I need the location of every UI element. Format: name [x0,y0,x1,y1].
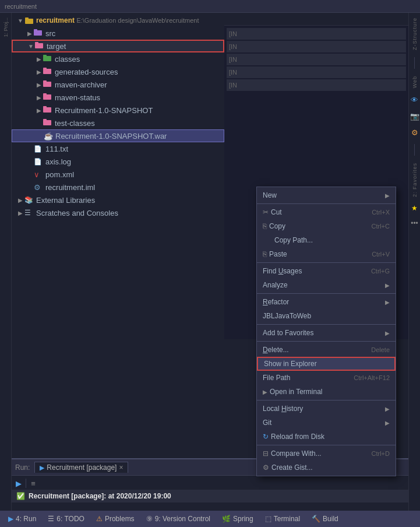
menu-sep-1 [257,203,396,204]
svg-rect-10 [43,82,51,87]
tree-item-snapshot-folder[interactable]: ▶ Recruitment-1.0-SNAPSHOT [12,104,224,117]
menu-item-gist[interactable]: ⚙ Create Gist... [257,461,396,475]
menu-item-new[interactable]: New ▶ [257,188,396,202]
tree-label-ext: External Libraries [36,196,95,205]
menu-item-analyze[interactable]: Analyze ▶ [257,278,396,292]
menu-label-cut: Cut [271,208,282,216]
run-label: Run: [15,463,30,472]
tab-terminal[interactable]: ⬚ Terminal [259,512,306,525]
svg-rect-9 [43,68,47,69]
tree-item-test-classes[interactable]: test-classes [12,117,224,129]
tab-build-label: Build [323,515,338,523]
menu-item-open-terminal[interactable]: ▶ Open in Terminal [257,385,396,399]
svg-rect-4 [35,43,43,48]
menu-item-find-usages[interactable]: Find Usages Ctrl+G [257,264,396,278]
tree-item-iml[interactable]: ⚙ recruitment.iml [12,181,224,194]
cut-shortcut: Ctrl+X [372,209,390,216]
tree-item-target[interactable]: ▼ target [12,40,224,52]
star-icon[interactable]: ★ [411,204,418,212]
camera-icon[interactable]: 📷 [410,111,419,121]
compare-icon: ⊟ [263,449,269,458]
menu-label-favorites: Add to Favorites [263,329,313,337]
tree-label-iml: recruitment.iml [45,183,95,192]
svg-rect-8 [43,69,51,74]
tree-item-generated-sources[interactable]: ▶ generated-sources [12,65,224,78]
menu-item-refactor[interactable]: Refactor ▶ [257,295,396,309]
tree-label-axis: axis.log [45,157,71,166]
tree-item-111txt[interactable]: 📄 111.txt [12,142,224,155]
tree-item-extlib[interactable]: ▶ 📚 External Libraries [12,194,224,206]
folder-icon-mav-arch [43,80,52,89]
tree-item-maven-archiver[interactable]: ▶ maven-archiver [12,78,224,91]
dots-icon[interactable]: ••• [411,219,418,227]
tab-build[interactable]: 🔨 Build [306,512,344,525]
folder-icon-snap [43,106,52,115]
bottom-bar: ▶ 4: Run ☰ 6: TODO ⚠ Problems ⑨ 9: Versi… [0,511,420,527]
menu-label-explorer: Show in Explorer [264,360,317,368]
tree-label-snap-folder: Recruitment-1.0-SNAPSHOT [55,106,153,115]
menu-item-jbl[interactable]: JBLJavaToWeb [257,309,396,323]
menu-item-compare[interactable]: ⊟ Compare With... Ctrl+D [257,447,396,461]
warning-icon: ⚠ [96,515,103,523]
svg-rect-6 [43,56,51,61]
play-button[interactable]: ▶ [14,479,23,488]
menu-label-file-path: File Path [263,374,290,382]
in-badge-3: [IN [227,54,406,65]
tab-run[interactable]: ▶ 4: Run [2,512,42,525]
menu-item-git[interactable]: Git ▶ [257,416,396,430]
stop-button[interactable]: ≡ [29,479,38,488]
divider [26,479,26,488]
menu-item-cut[interactable]: ✂ Cut Ctrl+X [257,205,396,219]
submenu-arrow-new: ▶ [385,192,390,199]
svg-rect-7 [43,55,47,57]
menu-label-copy: Copy [269,222,285,230]
menu-label-copy-path: Copy Path... [274,236,313,244]
tree-item-recruitment[interactable]: ▼ recruitment E:\Graduation design\JavaW… [12,14,224,27]
arrow-icon-gen: ▶ [35,68,43,76]
menu-item-file-path[interactable]: File Path Ctrl+Alt+F12 [257,371,396,385]
tree-label-gen: generated-sources [55,68,118,76]
folder-icon-recruitment [24,16,34,25]
menu-item-copy-path[interactable]: Copy Path... [257,233,396,247]
file-path-shortcut: Ctrl+Alt+F12 [354,374,390,381]
gear-icon[interactable]: ⚙ [410,128,419,137]
reload-icon: ↻ [263,433,269,441]
tab-todo[interactable]: ☰ 6: TODO [42,512,90,525]
tree-item-classes[interactable]: ▶ classes [12,52,224,65]
menu-sep-3 [257,293,396,294]
menu-item-add-favorites[interactable]: Add to Favorites ▶ [257,326,396,340]
tree-item-war[interactable]: ☕ Recruitment-1.0-SNAPSHOT.war [12,129,224,142]
eye-icon[interactable]: 👁 [410,95,419,104]
tab-problems[interactable]: ⚠ Problems [90,512,140,525]
menu-label-compare: Compare With... [271,449,322,458]
tree-item-src[interactable]: ▶ src [12,27,224,40]
menu-item-show-explorer[interactable]: Show in Explorer [257,357,396,371]
menu-item-paste[interactable]: ⎘ Paste Ctrl+V [257,247,396,261]
menu-item-delete[interactable]: Delete... Delete [257,343,396,357]
web-label[interactable]: Web [412,76,418,88]
run-tab-close[interactable]: × [119,463,123,472]
tab-spring[interactable]: 🌿 Spring [216,512,259,525]
tree-label-mav-arch: maven-archiver [55,80,107,89]
tab-version-control[interactable]: ⑨ 9: Version Control [140,512,216,525]
menu-label-new: New [263,191,277,199]
menu-item-copy[interactable]: ⎘ Copy Ctrl+C [257,219,396,233]
run-tab[interactable]: ▶ Recruitment [package] × [34,462,128,473]
favorites-label[interactable]: 2: Favorites [412,163,418,197]
run-panel-content: ▶ ≡ ✅ Recruitment [package]: at 2020/12/… [12,476,408,504]
cut-icon: ✂ [263,208,269,216]
menu-item-local-history[interactable]: Local History ▶ [257,402,396,416]
sidebar-divider [414,57,415,69]
vc-icon: ⑨ [146,515,153,523]
z-structure-label[interactable]: Z-Structure [412,17,418,50]
svg-rect-5 [35,42,38,44]
copy-shortcut: Ctrl+C [372,223,390,230]
tree-item-scratches[interactable]: ▶ ☰ Scratches and Consoles [12,206,224,219]
tree-item-axislog[interactable]: 📄 axis.log [12,155,224,168]
menu-label-gist: Create Gist... [271,463,313,472]
menu-sep-5 [257,341,396,342]
tree-item-pomxml[interactable]: ∨ pom.xml [12,168,224,181]
tree-item-maven-status[interactable]: ▶ maven-status [12,91,224,104]
menu-item-reload[interactable]: ↻ Reload from Disk [257,430,396,444]
submenu-arrow-refactor: ▶ [385,299,390,305]
